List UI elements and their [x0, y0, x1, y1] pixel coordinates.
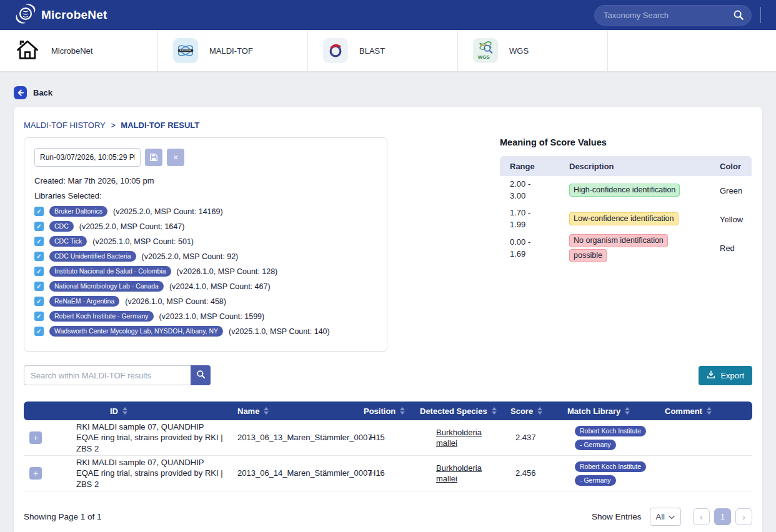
library-row: ✓ Robert Koch Institute - Germany (v2023…	[34, 311, 377, 322]
library-info: (v2025.1.0, MSP Count: 501)	[92, 237, 194, 246]
library-badge: Wadsworth Center Mycology Lab, NYSDOH, A…	[49, 326, 223, 337]
back-button[interactable]: Back	[14, 86, 70, 99]
score-range: 0.00 - 1.69	[510, 237, 549, 260]
module-nav: MicrobeNet BRUKER MALDI-TOF BLAST	[0, 30, 776, 71]
nav-item-blast[interactable]: BLAST	[308, 30, 458, 71]
library-row: ✓ CDC Tick (v2025.1.0, MSP Count: 501)	[34, 236, 377, 247]
search-icon	[196, 370, 206, 381]
library-row: ✓ Instituto Nacional de Salud - Colombia…	[34, 266, 377, 277]
sort-icon	[537, 407, 542, 415]
breadcrumb: MALDI-TOF HISTORY > MALDI-TOF RESULT	[24, 121, 752, 130]
library-row: ✓ CDC Unidentified Bacteria (v2025.2.0, …	[34, 251, 377, 262]
library-checkbox[interactable]: ✓	[34, 312, 44, 321]
export-button[interactable]: Export	[699, 366, 752, 385]
match-library-badge: Robert Koch Institute - Germany	[575, 461, 646, 486]
library-checkbox[interactable]: ✓	[34, 267, 44, 276]
row-name: 2013_06_13_Maren_Stämmler_0007	[225, 432, 356, 443]
results-search-input[interactable]	[24, 365, 191, 385]
sort-icon	[400, 407, 405, 415]
wgs-icon: WGS	[473, 38, 498, 63]
prev-page-button[interactable]: ‹	[693, 508, 710, 525]
library-info: (v2026.1.0, MSP Count: 128)	[177, 267, 278, 276]
library-checkbox[interactable]: ✓	[34, 222, 44, 231]
library-checkbox[interactable]: ✓	[34, 327, 44, 336]
row-score: 2.456	[503, 468, 550, 478]
library-info: (v2025.1.0, MSP Count: 140)	[229, 327, 330, 336]
results-table: ID Name Position Detected Species Score	[24, 401, 752, 491]
library-info: (v2023.1.0, MSP Count: 1599)	[159, 312, 265, 321]
library-badge: Instituto Nacional de Salud - Colombia	[49, 266, 171, 277]
search-icon[interactable]	[733, 9, 744, 23]
score-row: 0.00 - 1.69 No organism identification p…	[500, 234, 752, 264]
column-header-score[interactable]: Score	[503, 406, 550, 416]
nav-blast-label: BLAST	[359, 46, 385, 56]
maldi-tof-bruker-icon: BRUKER	[173, 38, 198, 63]
library-checkbox[interactable]: ✓	[34, 297, 44, 306]
row-position: H16	[356, 468, 412, 478]
column-header-comment[interactable]: Comment	[644, 406, 752, 416]
library-badge: CDC Tick	[49, 236, 87, 247]
svg-text:BRUKER: BRUKER	[180, 49, 192, 52]
library-badge: CDC Unidentified Bacteria	[49, 251, 136, 262]
nav-item-maldi-tof[interactable]: BRUKER MALDI-TOF	[158, 30, 308, 71]
taxonomy-search-input[interactable]	[594, 5, 752, 26]
score-color: Yellow	[720, 215, 743, 224]
breadcrumb-history-link[interactable]: MALDI-TOF HISTORY	[24, 121, 106, 130]
score-col-color: Color	[720, 162, 742, 171]
next-page-button[interactable]: ›	[735, 508, 752, 525]
score-color: Green	[720, 186, 742, 195]
detected-species-link[interactable]: Burkholderia mallei	[436, 463, 482, 483]
entries-select[interactable]: All	[650, 508, 681, 526]
sort-icon	[264, 407, 269, 415]
score-range: 2.00 - 3.00	[510, 179, 549, 202]
table-row: + RKI MALDI sample 07, QUANDHIP EQAE rin…	[24, 456, 752, 491]
nav-item-wgs[interactable]: WGS WGS	[458, 30, 608, 71]
library-row: ✓ Wadsworth Center Mycology Lab, NYSDOH,…	[34, 326, 377, 337]
row-id: RKI MALDI sample 07, QUANDHIP EQAE ring …	[69, 421, 225, 453]
column-header-name[interactable]: Name	[225, 406, 356, 416]
top-navbar: MicrobeNet	[0, 0, 776, 30]
row-name: 2013_06_14_Maren_Stämmler_0007	[225, 468, 356, 478]
brand-name: MicrobeNet	[41, 8, 107, 22]
sort-icon	[122, 407, 127, 415]
run-info-panel: × Created: Mar 7th 2026, 10:05 pm Librar…	[24, 137, 387, 352]
score-color: Red	[720, 244, 742, 253]
score-meaning-panel: Meaning of Score Values Range Descriptio…	[500, 137, 752, 264]
library-checkbox[interactable]: ✓	[34, 237, 44, 246]
result-card: MALDI-TOF HISTORY > MALDI-TOF RESULT × C…	[14, 107, 762, 532]
column-header-species[interactable]: Detected Species	[412, 406, 503, 416]
library-badge: Bruker Daltonics	[49, 206, 107, 217]
save-run-name-button[interactable]	[145, 149, 162, 166]
blast-icon	[323, 38, 348, 63]
score-description-badge: No organism identification possible	[569, 234, 668, 262]
score-row: 1.70 - 1.99 Low-confidence identificatio…	[500, 205, 752, 234]
column-header-position[interactable]: Position	[356, 406, 412, 416]
expand-row-button[interactable]: +	[29, 431, 42, 444]
score-meaning-title: Meaning of Score Values	[500, 137, 752, 147]
cancel-rename-button[interactable]: ×	[167, 149, 184, 166]
show-entries-label: Show Entries	[592, 512, 642, 521]
expand-row-button[interactable]: +	[29, 467, 42, 480]
library-row: ✓ ReNaEM - Argentina (v2026.1.0, MSP Cou…	[34, 296, 377, 307]
row-position: H15	[356, 432, 412, 443]
brand[interactable]: MicrobeNet	[15, 3, 107, 27]
library-checkbox[interactable]: ✓	[34, 252, 44, 261]
library-checkbox[interactable]: ✓	[34, 207, 44, 216]
showing-page-text: Showing Page 1 of 1	[24, 512, 102, 521]
library-info: (v2024.1.0, MSP Count: 467)	[169, 282, 271, 291]
column-header-library[interactable]: Match Library	[550, 406, 644, 416]
detected-species-link[interactable]: Burkholderia mallei	[436, 428, 482, 448]
match-library-badge: Robert Koch Institute - Germany	[575, 426, 646, 450]
table-row: + RKI MALDI sample 07, QUANDHIP EQAE rin…	[24, 420, 752, 456]
library-checkbox[interactable]: ✓	[34, 282, 44, 291]
nav-item-home[interactable]: MicrobeNet	[0, 30, 158, 71]
page-1-button[interactable]: 1	[714, 508, 731, 525]
back-label: Back	[33, 88, 52, 97]
run-name-input[interactable]	[34, 148, 141, 167]
page-content: Back MALDI-TOF HISTORY > MALDI-TOF RESUL…	[0, 71, 776, 532]
breadcrumb-separator: >	[111, 121, 116, 130]
library-row: ✓ CDC (v2025.2.0, MSP Count: 1647)	[34, 221, 377, 232]
chevron-down-icon	[669, 512, 675, 521]
column-header-id[interactable]: ID	[69, 406, 225, 416]
results-search-button[interactable]	[191, 365, 211, 385]
